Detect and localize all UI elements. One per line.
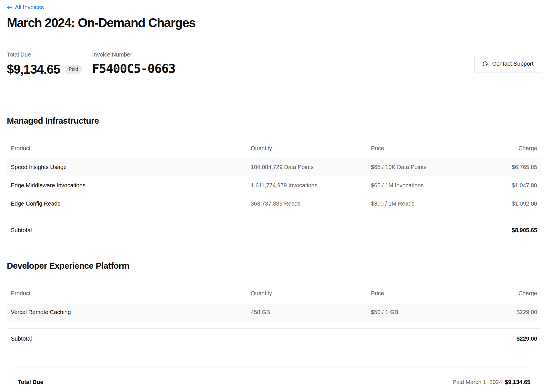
- cell-charge: $6,765.85: [487, 158, 541, 176]
- back-link-all-invoices[interactable]: ← All Invoices: [7, 4, 44, 11]
- footer-total-amount: $9,134.65: [505, 379, 530, 385]
- charges-section: Managed Infrastructure Product Quantity …: [7, 115, 541, 234]
- cell-quantity: 458 GB: [247, 303, 367, 321]
- back-link-label: All Invoices: [15, 4, 44, 11]
- table-row: Speed Insights Usage104,084,729 Data Poi…: [7, 158, 541, 176]
- invoice-body: Managed Infrastructure Product Quantity …: [0, 115, 548, 385]
- invoice-number-summary: Invoice Number F5400C5-0663: [92, 51, 175, 77]
- cell-quantity: 363,737,835 Reads: [247, 195, 367, 213]
- subtotal-value: $8,905.65: [512, 227, 537, 234]
- arrow-left-icon: ←: [7, 5, 12, 10]
- column-header-quantity: Quantity: [247, 290, 367, 303]
- sections-container: Managed Infrastructure Product Quantity …: [7, 115, 541, 342]
- total-due-label: Total Due: [7, 51, 82, 58]
- footer-total-row: Total Due Paid March 1, 2024 $9,134.65: [14, 367, 534, 385]
- invoice-number-value: F5400C5-0663: [92, 61, 175, 77]
- charges-table: Product Quantity Price Charge Speed Insi…: [7, 145, 541, 213]
- cell-charge: $229.00: [487, 303, 541, 321]
- cell-price: $65 / 1M Invocations: [367, 176, 487, 195]
- page-header: ← All Invoices March 2024: On-Demand Cha…: [0, 0, 548, 30]
- cell-product: Vercel Remote Caching: [7, 303, 247, 321]
- subtotal-row: Subtotal $229.00: [7, 328, 541, 342]
- column-header-price: Price: [367, 290, 487, 303]
- footer-paid-date: Paid March 1, 2024: [453, 379, 502, 385]
- subtotal-label: Subtotal: [11, 227, 32, 234]
- column-header-charge: Charge: [487, 145, 541, 158]
- table-row: Vercel Remote Caching458 GB$50 / 1 GB$22…: [7, 303, 541, 321]
- invoice-summary: Total Due $9,134.65 Paid Invoice Number …: [7, 39, 541, 95]
- column-header-product: Product: [7, 145, 247, 158]
- table-header-row: Product Quantity Price Charge: [7, 290, 541, 303]
- contact-support-button[interactable]: Contact Support: [474, 55, 541, 73]
- column-header-product: Product: [7, 290, 247, 303]
- subtotal-value: $229.00: [517, 335, 537, 342]
- table-row: Edge Config Reads363,737,835 Reads$300 /…: [7, 195, 541, 213]
- contact-support-label: Contact Support: [492, 61, 533, 67]
- paid-status-badge: Paid: [65, 65, 82, 74]
- summary-divider: [0, 95, 548, 95]
- cell-price: $300 / 1M Reads: [367, 195, 487, 213]
- cell-charge: $1,092.00: [487, 195, 541, 213]
- cell-product: Edge Config Reads: [7, 195, 247, 213]
- cell-product: Speed Insights Usage: [7, 158, 247, 176]
- cell-quantity: 104,084,729 Data Points: [247, 158, 367, 176]
- cell-product: Edge Middleware Invocations: [7, 176, 247, 195]
- subtotal-label: Subtotal: [11, 335, 32, 342]
- table-header-row: Product Quantity Price Charge: [7, 145, 541, 158]
- cell-price: $65 / 10K Data Points: [367, 158, 487, 176]
- column-header-price: Price: [367, 145, 487, 158]
- headset-icon: [482, 61, 488, 67]
- cell-charge: $1,047.80: [487, 176, 541, 195]
- total-due-amount: $9,134.65: [7, 62, 60, 77]
- cell-quantity: 1,611,774,979 Invocations: [247, 176, 367, 195]
- page-title: March 2024: On-Demand Charges: [7, 15, 541, 30]
- section-heading: Developer Experience Platform: [7, 260, 541, 271]
- cell-price: $50 / 1 GB: [367, 303, 487, 321]
- column-header-charge: Charge: [487, 290, 541, 303]
- charges-table: Product Quantity Price Charge Vercel Rem…: [7, 290, 541, 321]
- charges-section: Developer Experience Platform Product Qu…: [7, 260, 541, 342]
- total-due-summary: Total Due $9,134.65 Paid: [7, 51, 82, 77]
- table-row: Edge Middleware Invocations1,611,774,979…: [7, 176, 541, 195]
- column-header-quantity: Quantity: [247, 145, 367, 158]
- subtotal-row: Subtotal $8,905.65: [7, 220, 541, 234]
- footer-total-due-label: Total Due: [18, 379, 43, 385]
- invoice-number-label: Invoice Number: [92, 51, 175, 58]
- section-heading: Managed Infrastructure: [7, 115, 541, 126]
